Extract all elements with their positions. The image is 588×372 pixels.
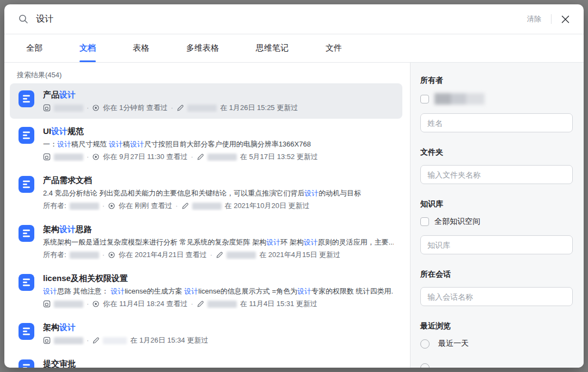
redacted-editor <box>226 252 256 259</box>
tab-文档[interactable]: 文档 <box>79 34 96 62</box>
wiki-all-label: 全部知识空间 <box>434 217 480 227</box>
result-meta: · 在 1月26日 15:34 更新过 <box>43 335 394 346</box>
owner-name-input[interactable] <box>420 113 573 132</box>
doc-icon <box>19 359 34 368</box>
snippet-segment-highlight: 设计 <box>304 189 318 197</box>
viewed-text: 你在 刚刚 查看过 <box>119 200 172 211</box>
redacted-name <box>54 301 83 308</box>
separator-dot: · <box>87 151 89 162</box>
title-segment: 产品需求文档 <box>43 175 92 185</box>
edited-text: 在 1月26日 15:34 更新过 <box>130 335 208 346</box>
result-snippet: 2.4 竞品分析结论 列出竞品相关能力的主要信息和关键结论，可以重点推演它们背后… <box>43 187 394 199</box>
folder-icon <box>43 153 51 161</box>
snippet-segment: 的动机与目标 <box>318 189 361 197</box>
snippet-segment: 稿 <box>123 140 130 148</box>
title-segment: 提交审批 <box>43 359 76 368</box>
search-tabs: 全部文档表格多维表格思维笔记文件 <box>4 34 584 63</box>
filter-recent-title: 最近浏览 <box>420 321 573 331</box>
title-segment: license及相关权限设置 <box>43 273 128 283</box>
tab-文件[interactable]: 文件 <box>326 34 342 62</box>
pencil-icon <box>216 251 223 259</box>
result-meta: · 你在 9月27日 11:30 查看过· 在 5月17日 13:52 更新过 <box>43 151 394 162</box>
recent-day-label: 最近一天 <box>438 339 469 349</box>
owner-label: 所有者: <box>43 200 66 211</box>
search-input[interactable] <box>36 14 527 24</box>
pencil-icon <box>181 202 189 210</box>
redacted-editor <box>207 301 237 308</box>
filter-recent: 最近浏览 最近一天 <box>420 321 573 349</box>
divider <box>551 14 552 24</box>
result-meta: 所有者:· 你在 刚刚 查看过· 在 2021年10月20日 更新过 <box>43 200 394 211</box>
tab-全部[interactable]: 全部 <box>26 34 42 62</box>
result-row[interactable]: 产品需求文档2.4 竞品分析结论 列出竞品相关能力的主要信息和关键结论，可以重点… <box>10 169 402 217</box>
snippet-segment-highlight: 设计 <box>130 140 144 148</box>
close-icon[interactable] <box>561 15 569 23</box>
clear-search-button[interactable]: 清除 <box>527 14 541 24</box>
search-bar: 清除 <box>4 4 584 34</box>
result-title: 产品设计 <box>43 89 394 101</box>
pencil-icon <box>176 104 184 112</box>
snippet-segment: 系统架构一般是通过复杂度模型来进行分析 常见系统的复杂度矩阵 架构 <box>43 238 266 246</box>
snippet-segment: license的生成方案 <box>125 287 184 295</box>
result-row[interactable]: UI设计规范一：设计稿尺寸规范 设计稿设计尺寸按照目前大部分客户使用的电脑分辨率… <box>10 120 402 168</box>
result-meta: · 你在 11月4日 18:24 查看过· 在 11月4日 15:31 更新过 <box>43 298 394 309</box>
wiki-all-checkbox[interactable] <box>420 217 429 226</box>
filter-wiki-title: 知识库 <box>420 199 573 209</box>
wiki-input[interactable] <box>420 235 573 254</box>
clipped-radio[interactable] <box>420 363 430 368</box>
result-row[interactable]: 架构设计思路系统架构一般是通过复杂度模型来进行分析 常见系统的复杂度矩阵 架构设… <box>10 218 402 266</box>
doc-icon <box>19 127 34 144</box>
eye-icon <box>92 153 100 161</box>
content: 搜索结果(454) 产品设计 · 你在 1分钟前 查看过· 在 1月26日 15… <box>4 63 584 368</box>
search-icon <box>19 14 28 24</box>
chat-name-input[interactable] <box>420 287 573 306</box>
snippet-segment-highlight: 设计 <box>266 238 280 246</box>
edited-text: 在 1月26日 15:25 更新过 <box>220 102 298 113</box>
snippet-segment-highlight: 设计 <box>43 287 57 295</box>
results-panel: 搜索结果(454) 产品设计 · 你在 1分钟前 查看过· 在 1月26日 15… <box>4 63 410 368</box>
tab-多维表格[interactable]: 多维表格 <box>186 34 219 62</box>
recent-day-radio[interactable] <box>420 339 430 349</box>
result-title: 架构设计 <box>43 321 394 333</box>
title-segment: 思路 <box>76 224 92 234</box>
viewed-text: 你在 2021年4月21日 查看过 <box>119 249 207 260</box>
title-segment: 产品 <box>43 90 59 99</box>
result-row[interactable]: license及相关权限设置设计思路 其他注意： 设计license的生成方案 … <box>10 267 402 315</box>
filter-folder: 文件夹 <box>420 148 573 184</box>
edited-text: 在 2021年10月20日 更新过 <box>225 200 310 211</box>
redacted-owner-name <box>434 93 485 105</box>
snippet-segment: 环 架构 <box>280 238 304 246</box>
snippet-segment-highlight: 设计 <box>304 238 318 246</box>
results-list: 产品设计 · 你在 1分钟前 查看过· 在 1月26日 15:25 更新过 UI… <box>4 83 410 368</box>
result-row[interactable]: 产品设计 · 你在 1分钟前 查看过· 在 1月26日 15:25 更新过 <box>10 83 402 119</box>
owner-checkbox[interactable] <box>420 95 429 103</box>
folder-icon <box>43 337 51 344</box>
tab-思维笔记[interactable]: 思维笔记 <box>256 34 289 62</box>
results-count: 搜索结果(454) <box>17 70 410 80</box>
doc-icon <box>19 225 34 242</box>
result-body: UI设计规范一：设计稿尺寸规范 设计稿设计尺寸按照目前大部分客户使用的电脑分辨率… <box>43 125 394 162</box>
redacted-editor <box>103 337 127 344</box>
pencil-icon <box>92 337 100 344</box>
title-segment: UI <box>43 126 51 136</box>
snippet-segment-highlight: 设计 <box>297 287 311 295</box>
filter-wiki: 知识库 全部知识空间 <box>420 199 573 254</box>
result-body: 架构设计 · 在 1月26日 15:34 更新过 <box>43 321 394 346</box>
snippet-segment: 专家的权限数 统计四类用... <box>311 287 394 295</box>
eye-icon <box>108 202 115 210</box>
title-segment-highlight: 设计 <box>59 90 76 99</box>
eye-icon <box>92 300 100 308</box>
doc-icon <box>19 274 34 291</box>
filter-folder-title: 文件夹 <box>420 148 573 157</box>
folder-name-input[interactable] <box>420 165 573 184</box>
tab-表格[interactable]: 表格 <box>133 34 149 62</box>
snippet-segment-highlight: 设计 <box>184 287 198 295</box>
result-body: license及相关权限设置设计思路 其他注意： 设计license的生成方案 … <box>43 272 394 309</box>
filter-sidebar: 所有者 文件夹 知识库 全部知识空间 所在会话 <box>410 63 584 368</box>
redacted-name <box>54 154 83 161</box>
result-row[interactable]: 提交审批 <box>10 352 402 368</box>
separator-dot: · <box>87 335 89 346</box>
result-row[interactable]: 架构设计 · 在 1月26日 15:34 更新过 <box>10 316 402 351</box>
result-title: license及相关权限设置 <box>43 272 394 284</box>
title-segment-highlight: 设计 <box>59 322 76 332</box>
